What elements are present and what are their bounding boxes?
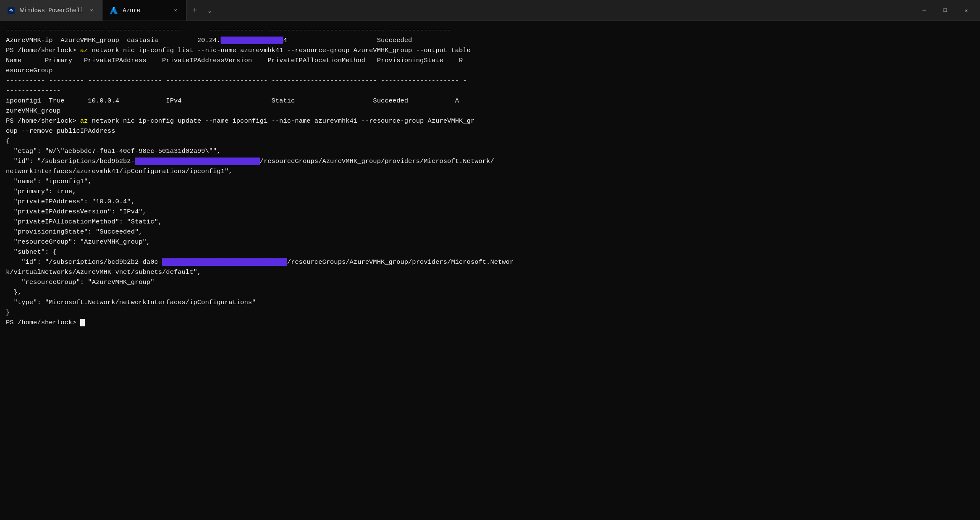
tab-azure[interactable]: Azure ✕	[102, 0, 186, 21]
terminal-area[interactable]: ---------- -------------- --------- ----…	[0, 21, 980, 520]
json-id-1: "id": "/subscriptions/bcd9b2b2-█████████…	[6, 156, 974, 166]
tab-azure-close[interactable]: ✕	[172, 7, 179, 14]
tab-powershell[interactable]: PS Windows PowerShell ✕	[0, 0, 102, 21]
json-subnet-id-2: k/virtualNetworks/AzureVMHK-vnet/subnets…	[6, 267, 974, 277]
tab-powershell-label: Windows PowerShell	[20, 7, 84, 14]
json-provisioning: "provisioningState": "Succeeded",	[6, 227, 974, 237]
json-close: }	[6, 307, 974, 318]
azure-icon	[109, 6, 118, 15]
tab-dropdown-button[interactable]: ⌄	[203, 0, 216, 21]
json-name: "name": "ipconfig1",	[6, 176, 974, 186]
json-resource-group: "resourceGroup": "AzureVMHK_group",	[6, 237, 974, 247]
powershell-icon: PS	[7, 6, 16, 15]
cmd-wrap-1: oup --remove publicIPAddress	[6, 126, 974, 136]
separator-line-3: --------------	[6, 86, 974, 96]
json-private-ip-method: "privateIPAllocationMethod": "Static",	[6, 217, 974, 227]
window-controls: ─ □ ✕	[910, 0, 980, 21]
json-primary: "primary": true,	[6, 186, 974, 197]
separator-line-1: ---------- -------------- --------- ----…	[6, 25, 974, 35]
json-subnet-close: },	[6, 287, 974, 297]
json-subnet-rg: "resourceGroup": "AzureVMHK_group"	[6, 277, 974, 287]
prompt-line-1: PS /home/sherlock> az network nic ip-con…	[6, 45, 974, 55]
table-header-2: esourceGroup	[6, 66, 974, 76]
table-data-2: zureVMHK_group	[6, 106, 974, 116]
json-subnet-open: "subnet": {	[6, 247, 974, 257]
titlebar: PS Windows PowerShell ✕ Azure ✕ + ⌄	[0, 0, 980, 21]
json-private-ip-version: "privateIPAddressVersion": "IPv4",	[6, 207, 974, 217]
table-header-1: Name Primary PrivateIPAddress PrivateIPA…	[6, 55, 974, 66]
close-button[interactable]: ✕	[956, 0, 976, 21]
tab-powershell-close[interactable]: ✕	[88, 7, 95, 14]
cursor	[80, 319, 85, 326]
redacted-ip: ████████████████	[221, 37, 283, 44]
json-open: {	[6, 136, 974, 146]
maximize-button[interactable]: □	[935, 0, 955, 21]
new-tab-button[interactable]: +	[186, 0, 203, 21]
table-data-1: ipconfig1 True 10.0.0.4 IPv4 Static Succ…	[6, 96, 974, 106]
json-private-ip: "privateIPAddress": "10.0.0.4",	[6, 197, 974, 207]
json-id-2: networkInterfaces/azurevmhk41/ipConfigur…	[6, 166, 974, 176]
vm-data-line: AzureVMHK-ip AzureVMHK_group eastasia 20…	[6, 35, 974, 45]
minimize-button[interactable]: ─	[914, 0, 934, 21]
json-subnet-id-1: "id": "/subscriptions/bcd9b2b2-da0c-████…	[6, 257, 974, 267]
window: PS Windows PowerShell ✕ Azure ✕ + ⌄	[0, 0, 980, 520]
redacted-subnet-id: ████████████████████████████████	[162, 258, 287, 266]
json-etag: "etag": "W/\"aeb5bdc7-f6a1-40cf-98ec-501…	[6, 146, 974, 156]
separator-line-2: ---------- --------- -------------------…	[6, 76, 974, 86]
tab-bar: PS Windows PowerShell ✕ Azure ✕ + ⌄	[0, 0, 910, 21]
prompt-line-2: PS /home/sherlock> az network nic ip-con…	[6, 116, 974, 126]
tab-azure-label: Azure	[123, 7, 140, 14]
svg-text:PS: PS	[8, 8, 13, 13]
redacted-subscription-id: ████████████████████████████████	[135, 158, 260, 165]
final-prompt: PS /home/sherlock>	[6, 318, 974, 328]
json-type: "type": "Microsoft.Network/networkInterf…	[6, 297, 974, 307]
